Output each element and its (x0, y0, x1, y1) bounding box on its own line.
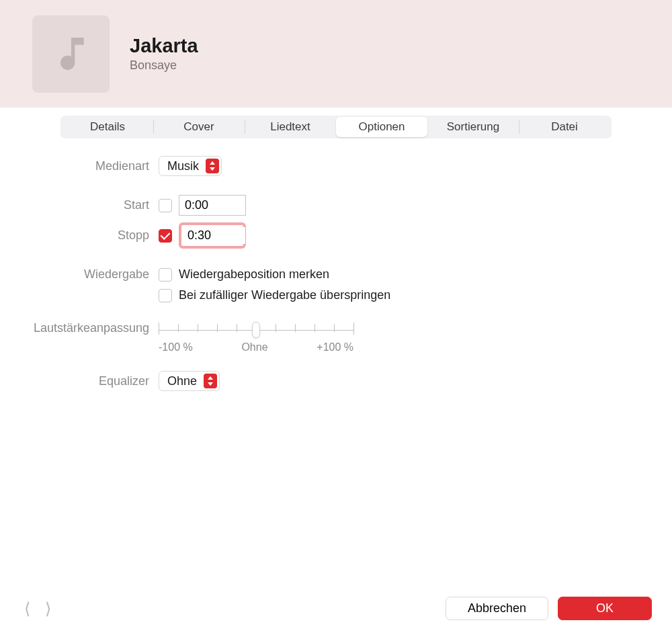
equalizer-popup[interactable]: Ohne (159, 371, 220, 391)
label-playback: Wiedergabe (24, 267, 159, 282)
row-stop: Stopp (24, 222, 648, 249)
equalizer-value: Ohne (167, 374, 197, 388)
stepper-icon (206, 159, 219, 173)
music-note-icon (50, 32, 93, 75)
label-start: Start (24, 198, 159, 212)
media-kind-value: Musik (167, 159, 199, 173)
label-stop: Stopp (24, 228, 159, 243)
cancel-button[interactable]: Abbrechen (446, 597, 548, 620)
track-title: Jakarta (130, 35, 198, 57)
nav-arrows: ⟨ ⟩ (24, 599, 51, 618)
row-playback: Wiedergabe Wiedergabeposition merken Bei… (24, 267, 648, 302)
stop-time-input[interactable] (183, 227, 245, 244)
info-header: Jakarta Bonsaye (0, 0, 672, 108)
options-form: Medienart Musik Start Stopp Wiedergabe (24, 156, 648, 391)
remember-position-row[interactable]: Wiedergabeposition merken (159, 267, 390, 282)
row-volume: Lautstärkeanpassung (24, 321, 648, 353)
prev-item-button[interactable]: ⟨ (24, 599, 30, 618)
volume-mid-label: Ohne (241, 341, 267, 353)
media-kind-popup[interactable]: Musik (159, 156, 222, 176)
label-equalizer: Equalizer (24, 374, 159, 388)
artist-name: Bonsaye (130, 58, 198, 73)
volume-knob[interactable] (252, 322, 260, 338)
row-media-kind: Medienart Musik (24, 156, 648, 176)
title-block: Jakarta Bonsaye (130, 35, 198, 73)
volume-min-label: -100 % (159, 341, 193, 353)
ok-button[interactable]: OK (558, 597, 652, 620)
skip-shuffle-checkbox[interactable] (159, 289, 172, 302)
start-time-input[interactable] (179, 195, 246, 216)
volume-slider[interactable]: -100 % Ohne +100 % (159, 321, 353, 353)
footer-bar: ⟨ ⟩ Abbrechen OK (0, 583, 672, 639)
row-start: Start (24, 195, 648, 216)
album-artwork (32, 15, 110, 93)
start-checkbox[interactable] (159, 199, 172, 212)
tab-options[interactable]: Optionen (336, 117, 427, 137)
row-equalizer: Equalizer Ohne (24, 371, 648, 391)
stop-time-highlight (179, 222, 246, 249)
tab-sorting[interactable]: Sortierung (427, 117, 519, 137)
tab-lyrics[interactable]: Liedtext (245, 117, 336, 137)
skip-shuffle-row[interactable]: Bei zufälliger Wiedergabe überspringen (159, 288, 390, 302)
volume-max-label: +100 % (317, 341, 353, 353)
tab-cover[interactable]: Cover (153, 117, 245, 137)
remember-position-label: Wiedergabeposition merken (179, 267, 329, 282)
tab-details[interactable]: Details (62, 117, 153, 137)
label-volume: Lautstärkeanpassung (24, 321, 159, 335)
stop-checkbox[interactable] (159, 229, 172, 243)
next-item-button[interactable]: ⟩ (45, 599, 51, 618)
label-media-kind: Medienart (24, 159, 159, 173)
tabs-bar: Details Cover Liedtext Optionen Sortieru… (60, 116, 612, 138)
remember-position-checkbox[interactable] (159, 268, 172, 282)
stepper-icon (204, 374, 217, 388)
tab-file[interactable]: Datei (519, 117, 610, 137)
skip-shuffle-label: Bei zufälliger Wiedergabe überspringen (179, 288, 390, 302)
